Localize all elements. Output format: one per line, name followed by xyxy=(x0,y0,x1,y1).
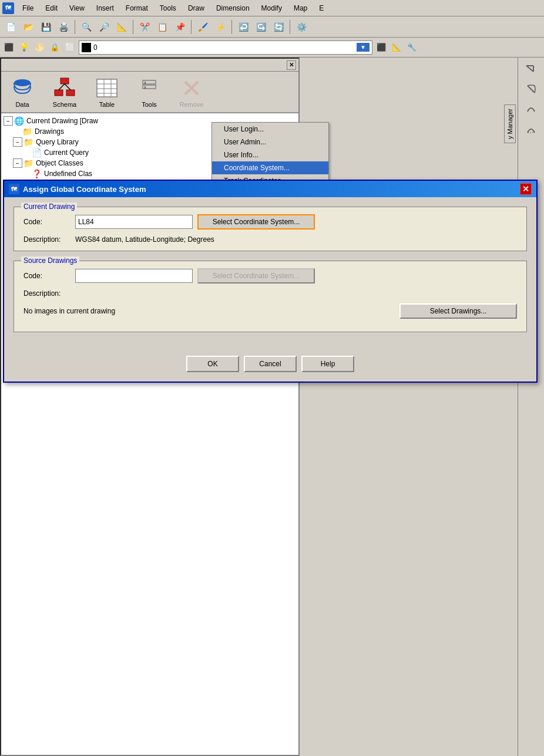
menu-draw[interactable]: Draw xyxy=(184,3,208,14)
right-btn-diagonal2[interactable] xyxy=(522,80,540,99)
ok-btn[interactable]: OK xyxy=(186,356,239,372)
source-drawings-code-row: Code: Select Coordinate System... xyxy=(23,268,517,284)
layers-icon[interactable]: ⬛ xyxy=(2,41,15,54)
paint-btn[interactable]: 🖌️ xyxy=(194,19,211,35)
modal-title-area: 🗺 Assign Global Coordinate System xyxy=(9,184,146,194)
cancel-btn[interactable]: Cancel xyxy=(244,356,297,372)
app-icon: 🗺 xyxy=(2,2,14,14)
lock-icon[interactable]: 🔒 xyxy=(48,41,61,54)
extra-btn[interactable]: ⚙️ xyxy=(293,19,310,35)
modal-title-text: Assign Global Coordinate System xyxy=(23,185,146,194)
menu-tools[interactable]: Tools xyxy=(156,3,180,14)
current-drawing-section-label: Current Drawing xyxy=(21,203,77,211)
current-drawing-desc-value: WGS84 datum, Latitude-Longitude; Degrees xyxy=(75,235,214,244)
svg-rect-6 xyxy=(97,79,117,97)
modal-titlebar: 🗺 Assign Global Coordinate System ✕ xyxy=(4,181,536,197)
modal-overlay: 🗺 Assign Global Coordinate System ✕ Curr… xyxy=(0,115,544,756)
sep2 xyxy=(133,20,133,34)
open-btn[interactable]: 📂 xyxy=(20,19,36,35)
copy-btn[interactable]: 📋 xyxy=(154,19,170,35)
svg-rect-2 xyxy=(55,90,63,96)
sep1 xyxy=(75,20,75,34)
new-btn[interactable]: 📄 xyxy=(2,19,19,35)
svg-line-5 xyxy=(65,84,70,90)
current-drawing-code-label: Code: xyxy=(23,218,70,226)
schema-icon xyxy=(53,76,76,100)
panel-tools-label: Tools xyxy=(142,101,157,108)
layer-state-icon[interactable]: 📐 xyxy=(390,41,403,54)
menu-map[interactable]: Map xyxy=(290,3,311,14)
current-drawing-code-input[interactable] xyxy=(75,215,193,229)
zoom-btn[interactable]: 🔍 xyxy=(78,19,95,35)
svg-line-21 xyxy=(528,86,535,93)
current-drawing-select-btn[interactable]: Select Coordinate System... xyxy=(197,214,315,230)
layer-color-swatch xyxy=(82,43,91,52)
refresh-btn[interactable]: 🔄 xyxy=(270,19,287,35)
remove-icon xyxy=(180,76,203,100)
menu-bar: 🗺 File Edit View Insert Format Tools Dra… xyxy=(0,0,544,16)
data-icon xyxy=(11,76,34,100)
sun-icon[interactable]: 🌕 xyxy=(33,41,46,54)
panel-titlebar: ✕ xyxy=(1,59,298,72)
menu-insert[interactable]: Insert xyxy=(93,3,117,14)
panel-table-label: Table xyxy=(99,101,115,108)
layer-dropdown-arrow[interactable]: ▼ xyxy=(357,43,370,52)
svg-rect-1 xyxy=(61,78,69,84)
help-btn[interactable]: Help xyxy=(301,356,354,372)
modal-title-icon: 🗺 xyxy=(9,184,19,194)
right-btn-diagonal1[interactable] xyxy=(522,60,540,79)
source-drawings-code-input[interactable] xyxy=(75,269,193,283)
panel-icon-schema[interactable]: Schema xyxy=(48,76,81,108)
modal-close-btn[interactable]: ✕ xyxy=(520,183,532,195)
svg-rect-13 xyxy=(143,85,156,89)
layer-value: 0 xyxy=(93,43,98,52)
current-drawing-section: Current Drawing Code: Select Coordinate … xyxy=(14,207,527,251)
menu-modify[interactable]: Modify xyxy=(258,3,286,14)
zoom2-btn[interactable]: 🔎 xyxy=(96,19,112,35)
panel-icon-table[interactable]: Table xyxy=(90,76,123,108)
panel-close-btn[interactable]: ✕ xyxy=(287,60,296,70)
table-icon xyxy=(95,76,119,100)
menu-dimension[interactable]: Dimension xyxy=(213,3,253,14)
current-drawing-desc-label: Description: xyxy=(23,235,70,244)
print-btn[interactable]: 🖨️ xyxy=(55,19,72,35)
menu-view[interactable]: View xyxy=(66,3,88,14)
lightning-btn[interactable]: ⚡ xyxy=(212,19,229,35)
panel-icon-data[interactable]: Data xyxy=(6,76,39,108)
menu-extra[interactable]: E xyxy=(315,3,327,14)
menu-format[interactable]: Format xyxy=(122,3,152,14)
panel-icon-remove[interactable]: Remove xyxy=(175,76,208,108)
select-drawings-btn[interactable]: Select Drawings... xyxy=(399,303,517,319)
redo-btn[interactable]: ↪️ xyxy=(253,19,269,35)
box-icon[interactable]: ⬜ xyxy=(63,41,76,54)
layer-props-icon[interactable]: ⬛ xyxy=(375,41,388,54)
menu-edit[interactable]: Edit xyxy=(42,3,61,14)
menu-file[interactable]: File xyxy=(19,3,37,14)
svg-point-0 xyxy=(14,79,31,86)
svg-line-20 xyxy=(526,66,533,72)
sep4 xyxy=(231,20,232,34)
layer-tool-icon[interactable]: 🔧 xyxy=(405,41,418,54)
panel-data-label: Data xyxy=(15,101,29,108)
panel-remove-label: Remove xyxy=(180,101,204,108)
save-btn[interactable]: 💾 xyxy=(38,19,54,35)
undo-btn[interactable]: ↩️ xyxy=(235,19,251,35)
paste-btn[interactable]: 📌 xyxy=(172,19,188,35)
source-drawings-section: Source Drawings Code: Select Coordinate … xyxy=(14,261,527,332)
modal-body: Current Drawing Code: Select Coordinate … xyxy=(4,197,536,351)
panel-schema-label: Schema xyxy=(53,101,76,108)
source-drawings-select-btn[interactable]: Select Coordinate System... xyxy=(197,268,315,284)
current-drawing-desc-row: Description: WGS84 datum, Latitude-Longi… xyxy=(23,235,517,244)
cut-btn[interactable]: ✂️ xyxy=(136,19,153,35)
modal-dialog: 🗺 Assign Global Coordinate System ✕ Curr… xyxy=(3,180,538,383)
nav-btn[interactable]: 📐 xyxy=(113,19,130,35)
layer-dropdown[interactable]: 0 ▼ xyxy=(79,41,372,55)
bulb-icon[interactable]: 💡 xyxy=(18,41,31,54)
svg-line-4 xyxy=(59,84,65,90)
svg-rect-12 xyxy=(143,80,156,84)
panel-icon-tools[interactable]: Tools xyxy=(133,76,166,108)
source-drawings-desc-row: Description: xyxy=(23,289,517,298)
svg-rect-3 xyxy=(66,90,75,96)
source-drawings-section-label: Source Drawings xyxy=(21,256,79,265)
sep3 xyxy=(191,20,192,34)
